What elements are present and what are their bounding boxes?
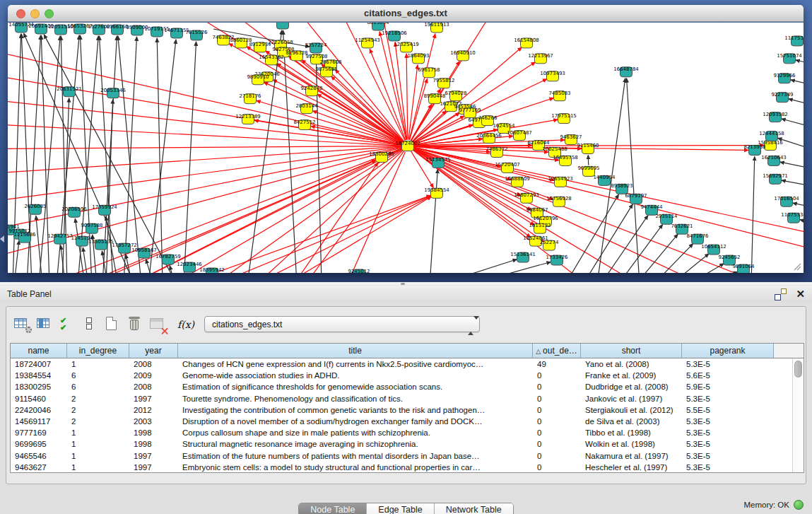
table-cell[interactable]: 2 xyxy=(67,416,129,427)
column-header-out_de[interactable]: △out_de… xyxy=(533,344,581,358)
graph-edge[interactable] xyxy=(654,244,693,273)
graph-edge[interactable] xyxy=(793,203,804,209)
function-builder-icon[interactable]: f(x) xyxy=(170,319,199,330)
graph-edge[interactable] xyxy=(452,259,517,273)
table-row[interactable]: 911546021997Tourette syndrome. Phenomeno… xyxy=(11,393,792,404)
table-cell[interactable]: Tourette syndrome. Phenomenology and cla… xyxy=(178,393,533,404)
graph-edge[interactable] xyxy=(583,204,632,273)
graph-edge[interactable] xyxy=(780,162,804,170)
table-cell[interactable]: Tibbo et al. (1998) xyxy=(581,427,682,438)
graph-edge[interactable] xyxy=(85,148,402,273)
new-column-icon[interactable] xyxy=(102,315,124,334)
graph-edge[interactable] xyxy=(317,94,402,143)
graph-edge[interactable] xyxy=(565,194,618,273)
row-height-icon[interactable] xyxy=(80,315,101,334)
table-cell[interactable]: Franke et al. (2009) xyxy=(581,370,682,381)
graph-edge[interactable] xyxy=(689,264,724,273)
delete-column-icon[interactable] xyxy=(125,315,146,334)
graph-edge[interactable] xyxy=(146,259,153,273)
select-columns-icon[interactable] xyxy=(35,315,56,334)
table-cell[interactable]: 2009 xyxy=(129,370,178,381)
graph-edge[interactable] xyxy=(414,147,804,233)
graph-edge[interactable] xyxy=(346,152,405,273)
column-header-title[interactable]: title xyxy=(178,344,533,358)
graph-edge[interactable] xyxy=(413,116,464,143)
table-row[interactable]: 1872400712008Changes of HCN gene express… xyxy=(11,358,792,370)
table-cell[interactable]: Estimation of the future numbers of pati… xyxy=(178,450,533,462)
graph-edge[interactable] xyxy=(42,148,402,273)
table-cell[interactable]: Genome-wide association studies in ADHD. xyxy=(178,370,533,381)
close-panel-icon[interactable]: ✕ xyxy=(796,288,805,300)
table-cell[interactable]: 0 xyxy=(533,370,581,381)
table-cell[interactable]: 1998 xyxy=(129,438,178,450)
table-row[interactable]: 2242004622012Investigating the contribut… xyxy=(11,404,792,416)
panel-collapse-arrow-icon[interactable] xyxy=(0,235,4,243)
table-cell[interactable]: 0 xyxy=(533,416,581,427)
table-cell[interactable]: 2 xyxy=(67,404,129,416)
table-cell[interactable]: 0 xyxy=(533,438,581,450)
table-cell[interactable]: 5.3E-5 xyxy=(682,416,774,427)
selection-mode-icon[interactable]: ✔✔ xyxy=(57,315,78,334)
import-table-icon[interactable]: ❌ xyxy=(148,315,169,334)
table-cell[interactable]: Corpus callosum shape and size in male p… xyxy=(178,427,533,438)
graph-edge[interactable] xyxy=(791,80,804,87)
citation-graph[interactable]: 1405572420691406120515501065326715276026… xyxy=(8,23,804,273)
table-cell[interactable]: 0 xyxy=(533,381,581,392)
table-cell[interactable]: 0 xyxy=(533,393,581,404)
graph-edge[interactable] xyxy=(782,180,804,187)
graph-edge[interactable] xyxy=(671,254,709,273)
table-cell[interactable]: Stergiakouli et al. (2012) xyxy=(581,404,682,416)
table-row[interactable]: 977716911998Corpus callosum shape and si… xyxy=(11,427,792,438)
table-cell[interactable]: 5.9E-5 xyxy=(682,381,774,392)
table-cell[interactable]: Embryonic stem cells: a model to study s… xyxy=(178,462,533,472)
table-cell[interactable]: de Silva et al. (2003) xyxy=(581,416,682,427)
table-cell[interactable]: 9777169 xyxy=(11,427,67,438)
table-cell[interactable]: 1 xyxy=(67,427,129,438)
table-cell[interactable]: 5.3E-5 xyxy=(682,450,774,462)
table-cell[interactable]: Jankovic et al. (1997) xyxy=(581,393,682,404)
table-row[interactable]: 969969511998Structural magnetic resonanc… xyxy=(11,438,792,450)
splitter-handle-icon[interactable] xyxy=(401,283,405,285)
table-cell[interactable]: 5.5E-5 xyxy=(682,404,774,416)
graph-edge[interactable] xyxy=(251,197,431,273)
graph-edge[interactable] xyxy=(14,240,19,273)
table-panel-titlebar[interactable]: Table Panel ✕ xyxy=(0,286,812,303)
table-cell[interactable]: Structural magnetic resonance image aver… xyxy=(178,438,533,450)
graph-edge[interactable] xyxy=(430,169,437,273)
graph-edge[interactable] xyxy=(118,36,141,273)
table-cell[interactable]: 5.6E-5 xyxy=(682,370,774,381)
graph-edge[interactable] xyxy=(184,42,196,273)
graph-edge[interactable] xyxy=(406,54,408,140)
table-cell[interactable]: 0 xyxy=(533,404,581,416)
table-cell[interactable]: 1 xyxy=(67,358,129,370)
graph-edge[interactable] xyxy=(247,30,282,273)
table-cell[interactable]: 1997 xyxy=(129,450,178,462)
column-header-in_degree[interactable]: in_degree xyxy=(67,344,129,358)
float-panel-icon[interactable] xyxy=(775,288,787,300)
table-cell[interactable]: Estimation of significance thresholds fo… xyxy=(178,381,533,392)
tab-network-table[interactable]: Network Table xyxy=(435,503,513,514)
table-cell[interactable]: 1 xyxy=(67,450,129,462)
table-cell[interactable]: 9465546 xyxy=(11,450,67,462)
column-header-name[interactable]: name xyxy=(11,344,67,358)
graph-edge[interactable] xyxy=(124,37,137,273)
table-cell[interactable]: Hescheler et al. (1997) xyxy=(581,462,682,472)
network-window-titlebar[interactable]: citations_edges.txt xyxy=(8,5,804,22)
table-cell[interactable]: 0 xyxy=(533,427,581,438)
graph-edge[interactable] xyxy=(789,99,804,107)
table-cell[interactable]: 18724007 xyxy=(11,358,67,370)
table-cell[interactable]: 1997 xyxy=(129,462,178,472)
table-cell[interactable]: 18300295 xyxy=(11,381,67,392)
table-settings-icon[interactable] xyxy=(12,315,33,334)
table-cell[interactable]: 22420046 xyxy=(11,404,67,416)
graph-edge[interactable] xyxy=(636,234,678,273)
graph-edge[interactable] xyxy=(8,75,401,145)
column-header-year[interactable]: year xyxy=(129,344,178,358)
graph-edge[interactable] xyxy=(8,100,401,146)
table-cell[interactable]: Dudbridge et al. (2008) xyxy=(581,381,682,392)
table-cell[interactable]: Wolkin et al. (1998) xyxy=(581,438,682,450)
graph-edge[interactable] xyxy=(751,156,755,273)
table-cell[interactable]: 9115460 xyxy=(11,393,67,404)
table-cell[interactable]: 2 xyxy=(67,393,129,404)
graph-edge[interactable] xyxy=(800,220,804,226)
